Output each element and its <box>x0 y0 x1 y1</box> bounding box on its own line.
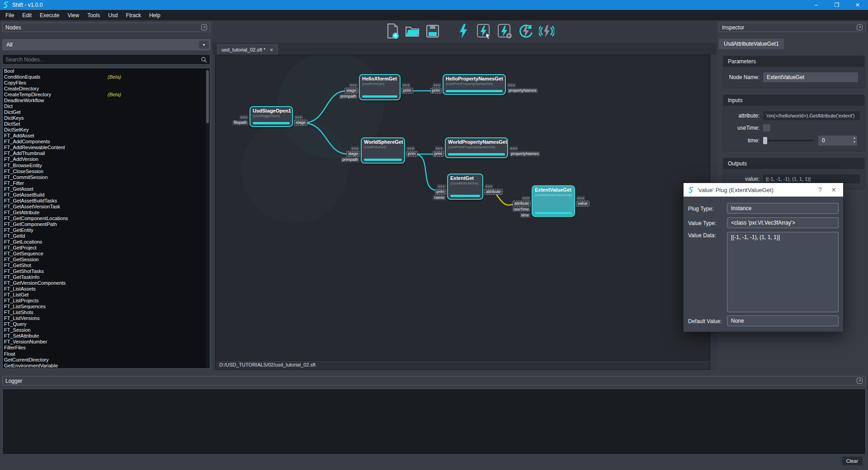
node-graph-canvas[interactable]: UsdStageOpen1 (UsdStageOpen) >>> filepat… <box>215 55 710 361</box>
list-item[interactable]: FT_ListProjects <box>3 298 210 304</box>
graph-node-hellopropertynamesget[interactable]: HelloPropertyNamesGet (UsdPrimPropertyNa… <box>443 74 506 95</box>
more-ports-badge[interactable]: >>> <box>406 146 415 150</box>
graph-node-worldpropertynamesget[interactable]: WorldPropertyNamesGet (UsdPrimPropertyNa… <box>445 137 508 158</box>
parameters-group-header[interactable]: Parameters <box>723 56 864 67</box>
execute-button[interactable] <box>456 23 471 39</box>
more-ports-badge[interactable]: >>> <box>349 83 358 87</box>
list-item[interactable]: FT_CloseSession <box>3 169 210 174</box>
list-item[interactable]: FT_GetId <box>3 233 210 239</box>
menu-file[interactable]: File <box>1 10 18 20</box>
scrollbar-thumb[interactable] <box>206 70 209 123</box>
list-item[interactable]: FT_ListVersions <box>3 315 210 321</box>
list-item[interactable]: FT_ListShots <box>3 310 210 315</box>
list-item[interactable]: FT_AddAsset <box>3 133 210 139</box>
list-item[interactable]: FT_GetVersionComponents <box>3 280 210 286</box>
plug-type-field[interactable]: Instance <box>727 203 839 214</box>
port-name[interactable]: name <box>433 195 446 200</box>
live-execute-button[interactable] <box>539 23 554 39</box>
list-item[interactable]: FT_AddVersion <box>3 156 210 162</box>
attribute-field[interactable]: 'rim(</hello/world>).GetAttribute('exten… <box>763 111 860 120</box>
more-ports-badge[interactable]: >>> <box>485 184 493 188</box>
more-ports-badge[interactable]: >>> <box>576 196 585 200</box>
default-value-field[interactable]: None <box>727 315 839 326</box>
list-item[interactable]: FT_GetAsset <box>3 186 210 192</box>
usetime-checkbox[interactable] <box>763 124 770 132</box>
list-item[interactable]: DictSetKey <box>3 127 210 133</box>
port-prim[interactable]: prim <box>406 151 417 156</box>
time-slider[interactable] <box>763 140 814 141</box>
port-stage[interactable]: stage <box>347 151 359 156</box>
port-prim[interactable]: prim <box>435 189 446 194</box>
list-item[interactable]: DictSet <box>3 121 210 127</box>
list-item[interactable]: Float <box>3 351 210 357</box>
minimize-button[interactable]: – <box>806 0 826 10</box>
tab-close-icon[interactable]: ✕ <box>269 47 273 52</box>
list-item[interactable]: FT_GetProject <box>3 245 210 251</box>
execute-until-button[interactable] <box>497 23 513 39</box>
new-file-button[interactable] <box>385 23 401 39</box>
menu-view[interactable]: View <box>63 10 83 20</box>
list-item[interactable]: FT_Query <box>3 321 210 327</box>
list-item[interactable]: FT_GetTaskInfo <box>3 274 210 280</box>
save-file-button[interactable] <box>425 23 440 39</box>
slider-handle[interactable] <box>763 137 767 144</box>
port-primpath[interactable]: primpath <box>339 94 358 99</box>
menu-tools[interactable]: Tools <box>83 10 104 20</box>
more-ports-badge[interactable]: >>> <box>294 115 303 119</box>
more-ports-badge[interactable]: >>> <box>509 146 518 150</box>
list-item[interactable]: FT_ListAssets <box>3 286 210 292</box>
graph-node-worldsphereget[interactable]: WorldSphereGet (UsdPrimGet) >>> stage pr… <box>361 137 405 164</box>
inspector-popout-icon[interactable]: ↗ <box>857 24 863 30</box>
menu-usd[interactable]: Usd <box>104 10 122 20</box>
menu-ftrack[interactable]: Ftrack <box>122 10 145 20</box>
list-item[interactable]: FT_GetSession <box>3 257 210 263</box>
list-item[interactable]: FT_Filter <box>3 180 210 186</box>
list-item[interactable]: FT_GetEntity <box>3 227 210 233</box>
port-prim[interactable]: prim <box>431 88 442 93</box>
more-ports-badge[interactable]: >>> <box>433 83 441 87</box>
dialog-help-button[interactable]: ? <box>815 186 825 193</box>
port-filepath[interactable]: filepath <box>232 120 248 125</box>
spin-up-icon[interactable]: ▲ <box>853 136 856 140</box>
list-item[interactable]: FT_AddComponents <box>3 139 210 145</box>
logger-popout-icon[interactable]: ↗ <box>857 378 863 384</box>
open-file-button[interactable] <box>405 23 420 39</box>
list-item[interactable]: FT_AddReviewableContent <box>3 145 210 150</box>
spin-down-icon[interactable]: ▼ <box>853 140 856 144</box>
list-item[interactable]: FT_GetSequence <box>3 251 210 257</box>
close-button[interactable]: ✕ <box>847 0 868 10</box>
list-item[interactable]: CreateTempDirectory (Beta) <box>3 92 210 98</box>
port-propertynames[interactable]: propertyNames <box>509 151 540 156</box>
more-ports-badge[interactable]: >>> <box>435 146 443 150</box>
list-item[interactable]: FT_AddThumbnail <box>3 150 210 156</box>
port-propertynames[interactable]: propertyNames <box>507 88 538 93</box>
list-item[interactable]: DictGet <box>3 109 210 115</box>
port-time[interactable]: time <box>520 213 530 218</box>
outputs-group-header[interactable]: Outputs <box>723 158 864 169</box>
value-data-field[interactable]: [(-1, -1, -1), (1, 1, 1)] <box>727 232 839 312</box>
more-ports-badge[interactable]: >>> <box>507 83 516 87</box>
node-filter-dropdown[interactable]: All ▼ <box>2 39 210 50</box>
list-item[interactable]: FT_GetComponentLocations <box>3 216 210 221</box>
list-item[interactable]: FT_GetAttribute <box>3 210 210 216</box>
list-item[interactable]: FT_GetComponentPath <box>3 221 210 227</box>
execute-selected-button[interactable] <box>476 23 492 39</box>
menu-help[interactable]: Help <box>145 10 165 20</box>
list-item[interactable]: FT_GetAssetBuild <box>3 192 210 198</box>
tab-usd-tutorial-02[interactable]: usd_tutorial_02.sft * ✕ <box>217 44 278 55</box>
search-nodes-input[interactable]: Search Nodes... <box>2 54 210 65</box>
port-attribute[interactable]: attribute <box>485 189 502 194</box>
port-prim[interactable]: prim <box>433 151 444 156</box>
more-ports-badge[interactable]: >>> <box>522 196 530 200</box>
menu-execute[interactable]: Execute <box>36 10 63 20</box>
list-item[interactable]: FT_VersionNumber <box>3 339 210 345</box>
value-field[interactable]: [(-1, -1, -1), (1, 1, 1)] <box>763 174 860 183</box>
node-list-scrollbar[interactable] <box>206 69 209 368</box>
list-item[interactable]: FT_GetAssetVersionTask <box>3 204 210 210</box>
re-execute-button[interactable] <box>518 23 533 39</box>
list-item[interactable]: GetEnvironmentVariable <box>3 363 210 369</box>
value-type-field[interactable]: <class 'pxr.Vt.Vec3fArray'> <box>727 217 839 228</box>
more-ports-badge[interactable]: >>> <box>402 83 410 87</box>
list-item[interactable]: FT_BrowseEntity <box>3 163 210 169</box>
inputs-group-header[interactable]: Inputs <box>723 95 864 106</box>
